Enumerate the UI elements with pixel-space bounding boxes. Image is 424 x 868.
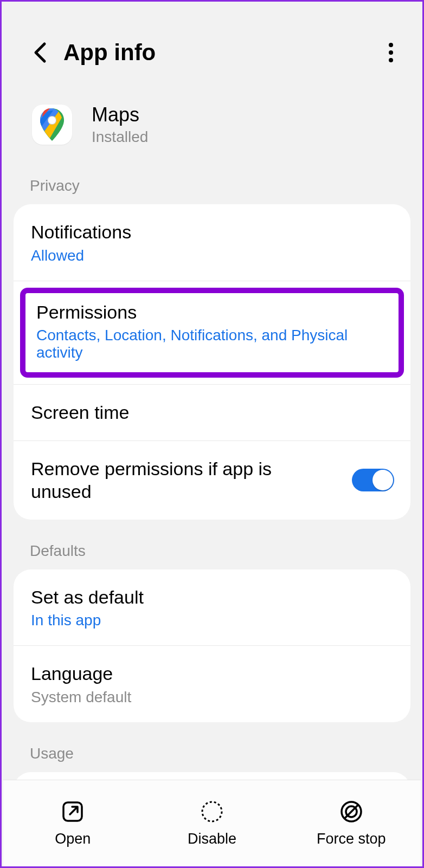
- disable-icon: [200, 799, 224, 824]
- language-row[interactable]: Language System default: [14, 645, 410, 722]
- force-stop-label: Force stop: [317, 831, 386, 847]
- remove-permissions-row[interactable]: Remove permissions if app is unused: [14, 441, 410, 520]
- notifications-value: Allowed: [31, 247, 394, 264]
- language-title: Language: [31, 662, 394, 685]
- app-summary-row: Maps Installed: [2, 87, 422, 167]
- defaults-card: Set as default In this app Language Syst…: [14, 569, 410, 722]
- disable-button[interactable]: Disable: [143, 780, 282, 866]
- chevron-left-icon: [33, 42, 47, 63]
- permissions-highlight: Permissions Contacts, Location, Notifica…: [20, 288, 404, 378]
- screen-time-title: Screen time: [31, 401, 394, 424]
- section-label-defaults: Defaults: [2, 533, 422, 569]
- disable-label: Disable: [188, 831, 236, 847]
- open-label: Open: [55, 831, 91, 847]
- app-text: Maps Installed: [92, 103, 148, 146]
- section-label-usage: Usage: [2, 735, 422, 772]
- app-icon: [32, 105, 72, 145]
- set-default-value: In this app: [31, 612, 394, 629]
- privacy-card: Notifications Allowed Permissions Contac…: [14, 204, 410, 520]
- section-label-privacy: Privacy: [2, 167, 422, 204]
- notifications-row[interactable]: Notifications Allowed: [14, 204, 410, 281]
- svg-point-0: [389, 43, 393, 47]
- open-button[interactable]: Open: [3, 780, 143, 866]
- header: App info: [2, 2, 422, 87]
- screen-time-row[interactable]: Screen time: [14, 384, 410, 441]
- bottom-action-bar: Open Disable Force stop: [3, 780, 421, 866]
- more-vertical-icon: [388, 42, 394, 63]
- set-default-title: Set as default: [31, 586, 394, 609]
- permissions-row[interactable]: Permissions Contacts, Location, Notifica…: [14, 281, 410, 385]
- svg-point-7: [202, 802, 222, 821]
- google-maps-icon: [40, 108, 64, 141]
- permissions-value: Contacts, Location, Notifications, and P…: [36, 327, 388, 361]
- back-button[interactable]: [29, 42, 50, 63]
- force-stop-button[interactable]: Force stop: [281, 780, 421, 866]
- page-title: App info: [63, 40, 380, 66]
- svg-point-1: [389, 50, 393, 55]
- notifications-title: Notifications: [31, 221, 394, 244]
- toggle-knob: [372, 470, 393, 490]
- permissions-title: Permissions: [36, 301, 388, 324]
- language-value: System default: [31, 689, 394, 706]
- remove-permissions-toggle[interactable]: [352, 469, 394, 491]
- force-stop-icon: [339, 799, 364, 824]
- app-name: Maps: [92, 103, 148, 126]
- set-default-row[interactable]: Set as default In this app: [14, 569, 410, 646]
- more-options-button[interactable]: [380, 42, 402, 63]
- app-status: Installed: [92, 128, 148, 146]
- svg-point-2: [389, 58, 393, 62]
- svg-point-3: [48, 116, 56, 125]
- open-icon: [60, 799, 85, 824]
- remove-permissions-title: Remove permissions if app is unused: [31, 457, 313, 503]
- svg-line-6: [70, 808, 76, 814]
